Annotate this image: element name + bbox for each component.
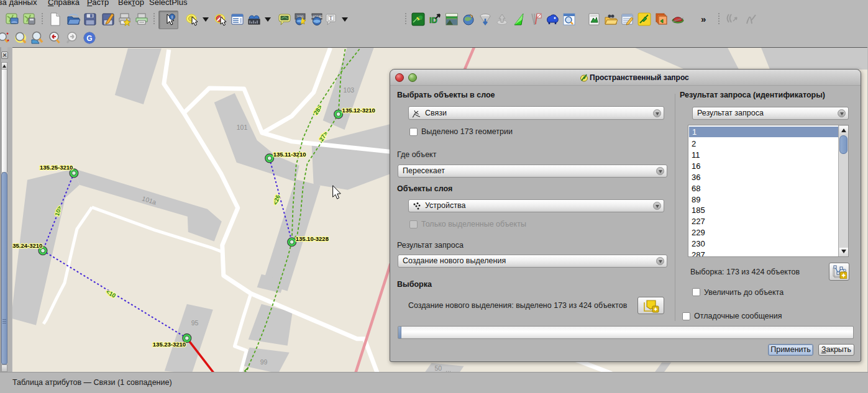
svg-text:50: 50 bbox=[435, 365, 442, 372]
svg-text:135.23-3210: 135.23-3210 bbox=[153, 341, 186, 348]
svg-text:T: T bbox=[329, 16, 332, 21]
svg-text:103: 103 bbox=[344, 87, 355, 94]
svg-text:G: G bbox=[86, 34, 92, 43]
svg-text:135.11-3210: 135.11-3210 bbox=[273, 151, 306, 158]
svg-text:135.25-3210: 135.25-3210 bbox=[40, 164, 73, 171]
svg-text:i: i bbox=[171, 14, 173, 20]
svg-text:135.24-3210: 135.24-3210 bbox=[12, 242, 42, 249]
svg-text:101: 101 bbox=[237, 124, 248, 131]
svg-text:ID: ID bbox=[429, 16, 437, 25]
svg-text:135.12-3210: 135.12-3210 bbox=[342, 107, 375, 114]
svg-text:135.10-3228: 135.10-3228 bbox=[296, 235, 329, 242]
svg-text:99: 99 bbox=[260, 359, 268, 366]
svg-text:95: 95 bbox=[191, 320, 199, 327]
